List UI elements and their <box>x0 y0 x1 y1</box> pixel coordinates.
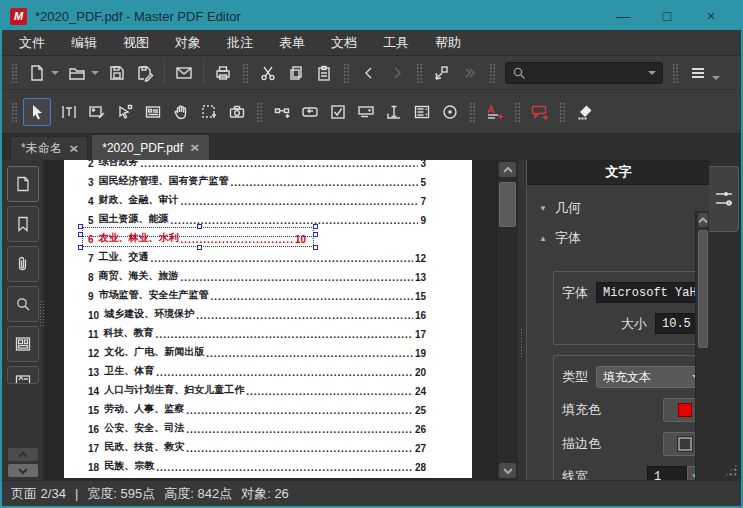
toc-row[interactable]: 7 工业、交通 12 <box>88 245 426 264</box>
toolbar-grip[interactable] <box>256 102 263 122</box>
toc-row[interactable]: 3 国民经济管理、国有资产监管 5 <box>88 169 426 188</box>
main-menu-button[interactable] <box>684 59 712 87</box>
combobox-tool-button[interactable] <box>352 98 380 126</box>
toc-row[interactable]: 5 国土资源、能源 9 <box>88 207 426 226</box>
toc-row[interactable]: 6 农业、林业、水利 10 <box>88 226 306 245</box>
edit-image-tool-button[interactable] <box>83 98 111 126</box>
sidebar-scroll-up-button[interactable] <box>8 448 38 461</box>
panel-resize-grip[interactable] <box>724 463 738 477</box>
scrollbar-thumb[interactable] <box>499 182 516 227</box>
line-width-field[interactable]: 1 <box>647 466 687 480</box>
toc-row[interactable]: 4 财政、金融、审计 7 <box>88 188 426 207</box>
toc-row[interactable]: 2 综合政务 3 <box>88 160 426 169</box>
hand-tool-button[interactable] <box>167 98 195 126</box>
toc-row[interactable]: 16 公安、安全、司法 26 <box>88 416 426 435</box>
menu-item[interactable]: 文档 <box>318 30 370 55</box>
cut-button[interactable] <box>254 59 282 87</box>
sidebar-search-button[interactable] <box>7 286 39 322</box>
document-tab[interactable]: *未命名 × <box>10 136 88 160</box>
sidebar-thumbnails-button[interactable] <box>7 166 39 202</box>
toc-row[interactable]: 8 商贸、海关、旅游 13 <box>88 264 426 283</box>
paste-button[interactable] <box>310 59 338 87</box>
toolbar-grip[interactable] <box>514 102 521 122</box>
select-tool-button[interactable] <box>23 98 51 126</box>
select-text-tool-button[interactable] <box>195 98 223 126</box>
scroll-down-button[interactable] <box>499 463 516 478</box>
document-scrollbar[interactable] <box>496 160 518 480</box>
scroll-up-button[interactable] <box>499 162 516 177</box>
toolbar-grip[interactable] <box>242 63 249 83</box>
snapshot-tool-button[interactable] <box>223 98 251 126</box>
toolbar-grip[interactable] <box>489 63 496 83</box>
toc-row[interactable]: 9 市场监管、安全生产监管 15 <box>88 283 426 302</box>
sidebar-attachments-button[interactable] <box>7 246 39 282</box>
tab-close-icon[interactable]: × <box>190 140 199 155</box>
maximize-button[interactable]: □ <box>645 3 689 29</box>
sidebar-properties-button[interactable] <box>7 366 39 384</box>
panel-scrollbar-thumb[interactable] <box>698 230 708 348</box>
menu-item[interactable]: 视图 <box>110 30 162 55</box>
minimize-button[interactable]: — <box>601 3 645 29</box>
save-as-button[interactable] <box>131 59 159 87</box>
toc-row[interactable]: 14 人口与计划生育、妇女儿童工作 24 <box>88 378 426 397</box>
pdf-page[interactable]: 2 综合政务 3 3 国民经济管理、国有资产监管 5 4 财政、金融、审计 7 <box>64 160 472 478</box>
menu-item[interactable]: 工具 <box>370 30 422 55</box>
text-field-tool-button[interactable] <box>380 98 408 126</box>
panel-toggle-tab[interactable] <box>709 166 739 232</box>
listbox-tool-button[interactable] <box>408 98 436 126</box>
menu-item[interactable]: 文件 <box>6 30 58 55</box>
toolbar-grip[interactable] <box>11 63 18 83</box>
font-section-header[interactable]: ▲ 字体 <box>539 223 710 253</box>
toolbar-grip[interactable] <box>559 102 566 122</box>
toc-row[interactable]: 17 民政、扶贫、救灾 27 <box>88 435 426 454</box>
sidebar-form-fields-button[interactable] <box>7 326 39 362</box>
toolbar-grip[interactable] <box>416 63 423 83</box>
toc-row[interactable]: 10 城乡建设、环境保护 16 <box>88 302 426 321</box>
new-document-button[interactable] <box>23 59 51 87</box>
fit-selection-button[interactable] <box>428 59 456 87</box>
checkbox-tool-button[interactable] <box>324 98 352 126</box>
insert-link-tool-button[interactable] <box>268 98 296 126</box>
menu-item[interactable]: 帮助 <box>422 30 474 55</box>
toolbar-grip[interactable] <box>343 63 350 83</box>
font-name-field[interactable]: Microsoft YaHei <box>596 282 707 303</box>
document-canvas[interactable]: 2 综合政务 3 3 国民经济管理、国有资产监管 5 4 财政、金融、审计 7 <box>44 160 496 480</box>
panel-scrollbar[interactable] <box>695 211 710 480</box>
push-button-tool-button[interactable] <box>296 98 324 126</box>
menu-item[interactable]: 对象 <box>162 30 214 55</box>
object-properties-tool-button[interactable] <box>139 98 167 126</box>
toolbar-grip[interactable] <box>469 102 476 122</box>
menu-item[interactable]: 编辑 <box>58 30 110 55</box>
toolbar-grip[interactable] <box>11 102 18 122</box>
toc-row[interactable]: 13 卫生、体育 20 <box>88 359 426 378</box>
toc-row[interactable]: 11 科技、教育 17 <box>88 321 426 340</box>
toc-row[interactable]: 15 劳动、人事、监察 25 <box>88 397 426 416</box>
panel-splitter[interactable] <box>518 160 526 480</box>
nav-back-button[interactable] <box>355 59 383 87</box>
sidebar-scroll-down-button[interactable] <box>8 464 38 477</box>
close-button[interactable]: × <box>689 3 733 29</box>
splitter-grip[interactable] <box>520 328 524 358</box>
send-email-button[interactable] <box>170 59 198 87</box>
menu-item[interactable]: 批注 <box>214 30 266 55</box>
toc-row[interactable]: 18 民族、宗教 28 <box>88 454 426 473</box>
panel-scroll-up-button[interactable] <box>698 213 708 227</box>
menu-item[interactable]: 表单 <box>266 30 318 55</box>
sidebar-bookmarks-button[interactable] <box>7 206 39 242</box>
highlight-tool-button[interactable] <box>571 98 599 126</box>
edit-path-tool-button[interactable] <box>111 98 139 126</box>
copy-button[interactable] <box>282 59 310 87</box>
toc-row[interactable]: 12 文化、广电、新闻出版 19 <box>88 340 426 359</box>
print-button[interactable] <box>209 59 237 87</box>
edit-text-tool-button[interactable] <box>55 98 83 126</box>
tab-close-icon[interactable]: × <box>69 141 78 156</box>
open-file-button[interactable] <box>63 59 91 87</box>
search-dropdown-caret-icon[interactable] <box>648 71 656 75</box>
add-text-annotation-button[interactable] <box>481 98 509 126</box>
geometry-section-header[interactable]: ▼ 几何 <box>539 193 710 223</box>
search-box[interactable] <box>505 62 663 84</box>
nav-forward-button[interactable] <box>383 59 411 87</box>
type-dropdown[interactable]: 填充文本 <box>596 366 707 388</box>
radio-button-tool-button[interactable] <box>436 98 464 126</box>
toolbar-grip[interactable] <box>672 63 679 83</box>
